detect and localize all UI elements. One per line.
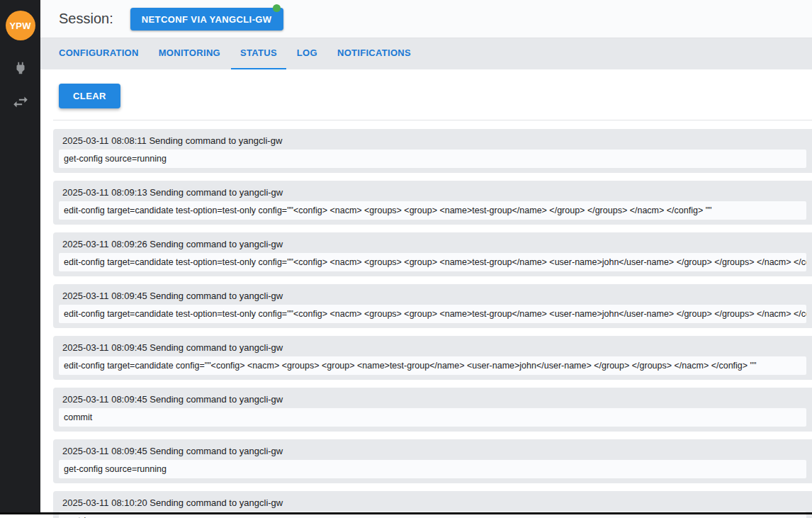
session-label: Session: [59, 11, 113, 27]
ypw-logo: YPW [6, 11, 35, 40]
window-frame-line [0, 512, 812, 514]
log-entry-timestamp: 2025-03-11 08:09:45 Sending command to y… [59, 288, 806, 305]
log-entry-command: edit-config target=candidate test-option… [59, 305, 806, 323]
log-entry-timestamp: 2025-03-11 08:09:45 Sending command to y… [59, 443, 806, 460]
log-entry: 2025-03-11 08:08:11 Sending command to y… [53, 129, 812, 173]
log-entry-command: get-config source=running [59, 460, 806, 478]
log-entry-timestamp: 2025-03-11 08:09:13 Sending command to y… [59, 184, 806, 201]
log-entry: 2025-03-11 08:09:26 Sending command to y… [53, 232, 812, 276]
log-entry-timestamp: 2025-03-11 08:09:45 Sending command to y… [59, 391, 806, 408]
log-entry-command: commit [59, 408, 806, 427]
log-entry-timestamp: 2025-03-11 08:09:45 Sending command to y… [59, 339, 806, 356]
log-entry-command: edit-config target=candidate test-option… [59, 253, 806, 271]
tab-log[interactable]: LOG [288, 38, 327, 69]
main-area: Session: NETCONF VIA YANGCLI-GW CONFIGUR… [40, 0, 812, 512]
log-entry: 2025-03-11 08:09:45 Sending command to y… [53, 336, 812, 380]
session-button[interactable]: NETCONF VIA YANGCLI-GW [130, 8, 283, 30]
tab-status[interactable]: STATUS [231, 38, 286, 69]
log-entry: 2025-03-11 08:09:45 Sending command to y… [53, 439, 812, 483]
log-entry-command: get-config source=running [59, 150, 806, 168]
tab-monitoring[interactable]: MONITORING [150, 38, 230, 69]
log-entry-timestamp: 2025-03-11 08:09:26 Sending command to y… [59, 236, 806, 253]
log-entry-timestamp: 2025-03-11 08:10:20 Sending command to y… [59, 495, 806, 512]
tab-notifications[interactable]: NOTIFICATIONS [328, 38, 420, 69]
clear-button[interactable]: CLEAR [59, 84, 120, 108]
plug-icon[interactable] [11, 59, 30, 77]
swap-arrows-icon[interactable] [11, 93, 30, 111]
nav-rail: YPW [0, 0, 40, 512]
log-entry-timestamp: 2025-03-11 08:08:11 Sending command to y… [59, 133, 806, 150]
tab-bar: CONFIGURATION MONITORING STATUS LOG NOTI… [40, 38, 812, 69]
log-entry: 2025-03-11 08:09:45 Sending command to y… [53, 388, 812, 432]
connection-status-dot [273, 4, 281, 12]
tab-configuration[interactable]: CONFIGURATION [50, 38, 148, 69]
status-toolbar: CLEAR [40, 84, 812, 108]
session-header: Session: NETCONF VIA YANGCLI-GW [40, 0, 812, 38]
log-entry: 2025-03-11 08:09:13 Sending command to y… [53, 181, 812, 225]
status-log-list: 2025-03-11 08:08:11 Sending command to y… [53, 120, 812, 518]
log-entry-command: edit-config target=candidate test-option… [59, 201, 806, 220]
log-entry-command: edit-config target=candidate config=""<c… [59, 356, 806, 375]
log-entry: 2025-03-11 08:09:45 Sending command to y… [53, 284, 812, 328]
status-panel: CLEAR 2025-03-11 08:08:11 Sending comman… [40, 69, 812, 518]
